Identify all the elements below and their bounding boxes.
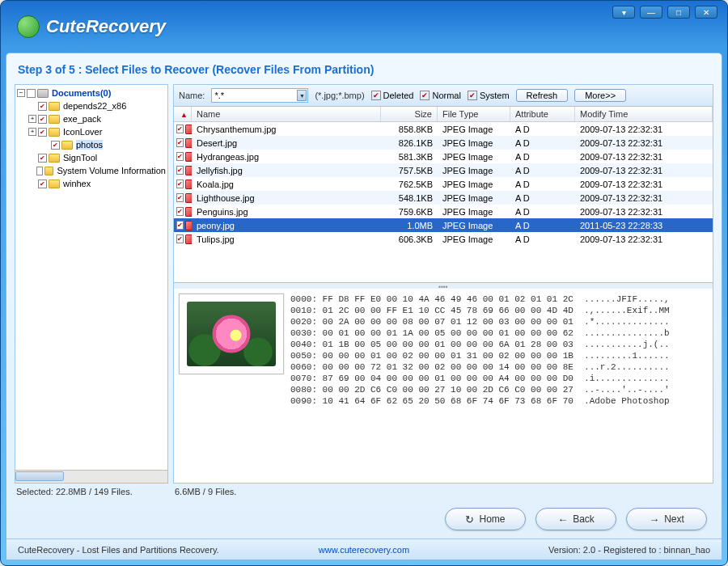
file-row[interactable]: ✔Lighthouse.jpg548.1KBJPEG ImageA D2009-… <box>174 191 713 205</box>
tree-node-label: System Volume Information <box>57 166 166 175</box>
tree-node[interactable]: System Volume Information <box>17 164 166 177</box>
folder-tree[interactable]: −Documents(0)✔depends22_x86+✔exe_pack+✔I… <box>15 84 168 471</box>
tree-node-label: depends22_x86 <box>63 101 126 111</box>
file-size: 606.3KB <box>381 234 438 244</box>
tree-checkbox[interactable]: ✔ <box>38 180 47 188</box>
file-checkbox[interactable]: ✔ <box>176 207 184 216</box>
tree-node[interactable]: ✔depends22_x86 <box>17 99 166 112</box>
file-type: JPEG Image <box>438 138 510 148</box>
minimize-button[interactable]: — <box>640 6 662 19</box>
file-type: JPEG Image <box>438 221 510 230</box>
file-attr: A D <box>510 180 575 189</box>
col-filetype[interactable]: File Type <box>438 107 510 121</box>
expand-icon[interactable]: + <box>28 115 36 123</box>
name-filter-dropdown-icon[interactable]: ▼ <box>297 90 307 101</box>
sort-indicator-icon[interactable]: ▲ <box>174 107 192 121</box>
tree-checkbox[interactable]: ✔ <box>38 115 47 124</box>
file-type: JPEG Image <box>438 234 510 244</box>
file-size: 826.1KB <box>381 138 438 148</box>
tree-checkbox[interactable] <box>36 167 44 175</box>
file-row[interactable]: ✔peony.jpg1.0MBJPEG ImageA D2011-05-23 2… <box>174 218 713 232</box>
step-title: Step 3 of 5 : Select Files to Recover (R… <box>6 53 722 84</box>
tree-checkbox[interactable] <box>27 89 36 98</box>
col-attribute[interactable]: Attribute <box>510 107 575 121</box>
maximize-button[interactable]: □ <box>667 6 690 19</box>
tree-checkbox[interactable]: ✔ <box>38 102 47 111</box>
file-checkbox[interactable]: ✔ <box>176 152 184 161</box>
file-row[interactable]: ✔Hydrangeas.jpg581.3KBJPEG ImageA D2009-… <box>174 150 713 163</box>
file-size: 548.1KB <box>381 193 438 203</box>
file-checkbox[interactable]: ✔ <box>176 221 184 230</box>
file-checkbox[interactable]: ✔ <box>176 193 184 202</box>
app-brand: CuteRecovery <box>46 16 166 37</box>
file-checkbox[interactable]: ✔ <box>176 166 184 175</box>
file-attr: A D <box>510 234 575 244</box>
hex-dump[interactable]: 0000: FF D8 FF E0 00 10 4A 46 49 46 00 0… <box>290 294 708 478</box>
tree-node[interactable]: ✔SignTool <box>17 151 166 164</box>
refresh-button[interactable]: Refresh <box>516 89 569 102</box>
jpg-file-icon <box>185 234 192 244</box>
name-filter-input[interactable] <box>211 88 308 103</box>
tree-horizontal-scrollbar[interactable] <box>15 471 168 484</box>
tree-checkbox[interactable]: ✔ <box>38 154 47 163</box>
tree-node-label: exe_pack <box>63 114 101 124</box>
file-name: Chrysanthemum.jpg <box>192 125 381 134</box>
app-logo-icon <box>17 15 40 38</box>
system-checkbox[interactable]: ✔ <box>468 91 477 100</box>
file-name: Desert.jpg <box>192 138 381 148</box>
home-button[interactable]: ↻Home <box>445 508 526 530</box>
file-row[interactable]: ✔Chrysanthemum.jpg858.8KBJPEG ImageA D20… <box>174 122 713 136</box>
file-mtime: 2009-07-13 22:32:31 <box>575 138 713 148</box>
back-icon: ← <box>557 513 568 526</box>
close-button[interactable]: ✕ <box>695 6 717 19</box>
normal-checkbox[interactable]: ✔ <box>420 91 430 100</box>
file-checkbox[interactable]: ✔ <box>176 125 184 133</box>
file-attr: A D <box>510 138 575 148</box>
titlebar-dropdown-button[interactable]: ▾ <box>612 6 635 19</box>
file-name: peony.jpg <box>192 221 381 230</box>
tree-node-label: IconLover <box>63 127 102 137</box>
tree-node[interactable]: +✔IconLover <box>17 125 166 138</box>
vertical-splitter[interactable]: ▪▪▪▪ <box>173 283 713 289</box>
tree-node[interactable]: ✔photos <box>17 138 166 151</box>
file-size: 759.6KB <box>381 207 438 217</box>
jpg-file-icon <box>185 138 192 148</box>
jpg-file-icon <box>185 207 192 217</box>
tree-node[interactable]: +✔exe_pack <box>17 112 166 125</box>
name-mask-hint: (*.jpg;*.bmp) <box>315 91 364 100</box>
tree-checkbox[interactable]: ✔ <box>38 128 47 137</box>
expand-icon[interactable]: + <box>28 128 36 136</box>
file-name: Tulips.jpg <box>192 234 381 244</box>
footer-tagline: CuteRecovery - Lost Files and Partitions… <box>18 545 283 555</box>
file-name: Lighthouse.jpg <box>192 193 381 203</box>
file-attr: A D <box>510 152 575 162</box>
tree-checkbox[interactable]: ✔ <box>51 141 60 150</box>
file-checkbox[interactable]: ✔ <box>176 180 184 188</box>
back-button[interactable]: ←Back <box>535 508 616 530</box>
footer-url[interactable]: www.cuterecovery.com <box>283 545 445 555</box>
folder-icon <box>49 128 60 137</box>
col-modify-time[interactable]: Modify Time <box>575 107 713 121</box>
tree-node[interactable]: ✔winhex <box>17 177 166 190</box>
file-type: JPEG Image <box>438 180 510 189</box>
file-row[interactable]: ✔Jellyfish.jpg757.5KBJPEG ImageA D2009-0… <box>174 163 713 177</box>
collapse-icon[interactable]: − <box>17 89 25 97</box>
file-row[interactable]: ✔Koala.jpg762.5KBJPEG ImageA D2009-07-13… <box>174 177 713 191</box>
next-button[interactable]: →Next <box>626 508 707 530</box>
tree-root[interactable]: −Documents(0) <box>17 87 166 99</box>
file-checkbox[interactable]: ✔ <box>176 138 184 147</box>
col-size[interactable]: Size <box>381 107 438 121</box>
file-list-header[interactable]: ▲ Name Size File Type Attribute Modify T… <box>174 107 713 122</box>
deleted-checkbox[interactable]: ✔ <box>371 91 381 100</box>
jpg-file-icon <box>185 180 192 189</box>
file-row[interactable]: ✔Tulips.jpg606.3KBJPEG ImageA D2009-07-1… <box>174 232 713 246</box>
more-button[interactable]: More>> <box>574 89 626 102</box>
titlebar: CuteRecovery CuteRecovery ▾ — □ ✕ <box>1 1 727 53</box>
file-name: Hydrangeas.jpg <box>192 152 381 162</box>
thumbnail-image <box>187 302 276 366</box>
file-row[interactable]: ✔Penguins.jpg759.6KBJPEG ImageA D2009-07… <box>174 205 713 218</box>
file-row[interactable]: ✔Desert.jpg826.1KBJPEG ImageA D2009-07-1… <box>174 136 713 150</box>
col-name[interactable]: Name <box>192 107 381 121</box>
jpg-file-icon <box>185 166 192 175</box>
file-checkbox[interactable]: ✔ <box>176 234 184 243</box>
